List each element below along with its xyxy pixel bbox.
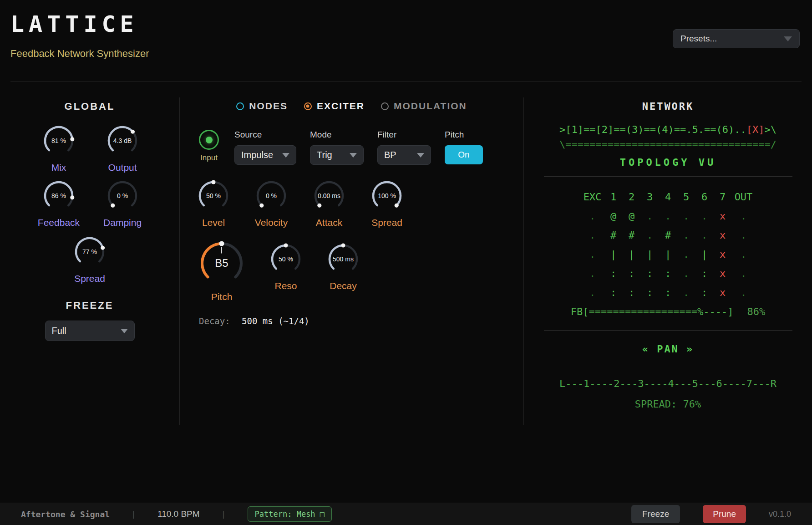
source-dropdown-value: Impulse — [241, 150, 273, 160]
header-divider — [10, 82, 802, 82]
feedback-knob-unit: 86 % Feedback — [38, 178, 80, 228]
level-knob-unit: 50 % Level — [196, 178, 231, 228]
feedback-knob[interactable]: 86 % — [41, 178, 76, 213]
velocity-knob-unit: 0 % Velocity — [254, 178, 289, 228]
velocity-knob-label: Velocity — [255, 217, 288, 228]
app-subtitle: Feedback Network Synthesizer — [10, 48, 149, 60]
filter-dropdown-value: BP — [384, 150, 396, 160]
presets-dropdown[interactable]: Presets... — [673, 29, 800, 48]
exciter-knob-row-1: 50 % Level 0 % Velocity 0.00 ms Attack 1… — [196, 178, 523, 228]
global-spread-knob-unit: 77 % Spread — [72, 234, 107, 284]
decay-readout-value: 500 ms (~1/4) — [242, 316, 310, 326]
filter-dropdown[interactable]: BP — [377, 145, 431, 165]
global-panel: GLOBAL 81 % Mix 4.3 dB Output 86 % Feedb… — [0, 93, 179, 341]
pitch-knob[interactable]: B5 — [198, 239, 246, 287]
output-knob[interactable]: 4.3 dB — [105, 123, 140, 158]
chevron-down-icon — [282, 153, 289, 158]
freeze-heading: FREEZE — [66, 300, 114, 311]
global-spread-knob[interactable]: 77 % — [72, 234, 107, 269]
attack-knob[interactable]: 0.00 ms — [312, 178, 346, 213]
mode-control: Mode Trig — [310, 130, 364, 165]
version-label: v0.1.0 — [769, 510, 791, 519]
freeze-mode-dropdown[interactable]: Full — [45, 321, 135, 341]
pan-title: « PAN » — [642, 343, 694, 355]
network-divider-3 — [544, 364, 792, 364]
output-knob-unit: 4.3 dB Output — [103, 123, 142, 173]
network-heading: NETWORK — [642, 101, 694, 112]
topology-broken-node: [X] — [746, 124, 765, 135]
input-toggle[interactable] — [199, 130, 219, 150]
source-dropdown[interactable]: Impulse — [234, 145, 296, 165]
mode-dropdown[interactable]: Trig — [310, 145, 364, 165]
input-toggle-label: Input — [200, 153, 218, 163]
input-toggle-led — [206, 137, 213, 143]
damping-knob-unit: 0 % Damping — [103, 178, 142, 228]
source-label: Source — [234, 130, 296, 140]
tab-nodes[interactable]: NODES — [236, 101, 288, 112]
decay-readout-label: Decay: — [199, 316, 230, 326]
status-bar: Aftertone & Signal | 110.0 BPM | Pattern… — [0, 503, 812, 525]
exciter-spread-knob-label: Spread — [371, 217, 402, 228]
velocity-knob[interactable]: 0 % — [254, 178, 289, 213]
prune-button[interactable]: Prune — [703, 505, 746, 523]
mix-knob[interactable]: 81 % — [41, 123, 76, 158]
tab-exciter[interactable]: EXCITER — [304, 101, 365, 112]
attack-knob-unit: 0.00 ms Attack — [312, 178, 346, 228]
exciter-controls-row: Input Source Impulse Mode Trig Filter — [199, 130, 523, 165]
feedback-meter-row: FB[==================%----] 86% — [571, 306, 765, 317]
pitch-toggle-label: Pitch — [445, 130, 483, 140]
level-knob[interactable]: 50 % — [196, 178, 231, 213]
network-panel: NETWORK >[1]==[2]==(3)==(4)==.5.==(6)..[… — [524, 93, 812, 410]
pitch-on-button[interactable]: On — [445, 145, 483, 164]
level-knob-label: Level — [202, 217, 225, 228]
brand-label: Aftertone & Signal — [21, 510, 110, 519]
tab-exciter-label: EXCITER — [317, 101, 365, 112]
filter-control: Filter BP — [377, 130, 431, 165]
exciter-spread-knob[interactable]: 100 % — [370, 178, 404, 213]
attack-knob-label: Attack — [316, 217, 342, 228]
freeze-mode-value: Full — [52, 326, 66, 336]
mode-dropdown-value: Trig — [317, 150, 332, 160]
pattern-button[interactable]: Pattern: Mesh □ — [248, 506, 332, 522]
mix-knob-label: Mix — [51, 162, 66, 173]
spread-readout: SPREAD: 76% — [635, 398, 701, 410]
feedback-knob-label: Feedback — [38, 217, 80, 228]
global-heading: GLOBAL — [65, 101, 115, 112]
reso-knob-unit: 50 % Reso — [269, 242, 303, 291]
separator: | — [132, 509, 135, 519]
decay-knob-unit: 500 ms Decay — [326, 242, 360, 291]
freeze-button[interactable]: Freeze — [631, 505, 680, 523]
source-control: Source Impulse — [234, 130, 296, 165]
feedback-meter-value: 86% — [747, 306, 765, 317]
exciter-spread-knob-unit: 100 % Spread — [370, 178, 404, 228]
global-spread-knob-label: Spread — [74, 273, 105, 284]
topology-post: >\ — [764, 124, 776, 135]
pitch-knob-unit: B5 Pitch — [198, 239, 246, 302]
feedback-meter: FB[==================%----] — [571, 306, 734, 317]
bpm-readout: 110.0 BPM — [157, 509, 200, 519]
modulation-radio-icon — [381, 102, 389, 110]
topology-matrix: EXC1234567OUT.@@....x..##.#..x..||||.|x.… — [581, 188, 756, 302]
damping-knob-label: Damping — [103, 217, 142, 228]
reso-knob[interactable]: 50 % — [269, 242, 303, 276]
network-divider-2 — [544, 330, 792, 331]
damping-knob[interactable]: 0 % — [105, 178, 140, 213]
pitch-on-button-label: On — [458, 150, 469, 160]
nodes-radio-icon — [236, 102, 244, 110]
chevron-down-icon — [121, 329, 128, 333]
pitch-knob-label: Pitch — [211, 291, 233, 302]
network-divider-1 — [544, 176, 792, 177]
topology-pre: >[1]==[2]==(3)==(4)==.5.==(6).. — [559, 124, 746, 135]
reso-knob-label: Reso — [274, 280, 297, 291]
input-toggle-group: Input — [199, 130, 219, 163]
pitch-toggle-control: Pitch On — [445, 130, 483, 164]
exciter-panel: NODES EXCITER MODULATION Input Source — [180, 93, 523, 326]
chevron-down-icon — [350, 153, 357, 158]
tab-modulation[interactable]: MODULATION — [381, 101, 467, 112]
chevron-down-icon — [784, 36, 792, 41]
topology-vu-title: TOPOLOGY VU — [620, 157, 716, 168]
decay-knob-label: Decay — [330, 280, 357, 291]
chevron-down-icon — [417, 153, 424, 158]
tab-nodes-label: NODES — [249, 101, 288, 112]
decay-knob[interactable]: 500 ms — [326, 242, 360, 276]
